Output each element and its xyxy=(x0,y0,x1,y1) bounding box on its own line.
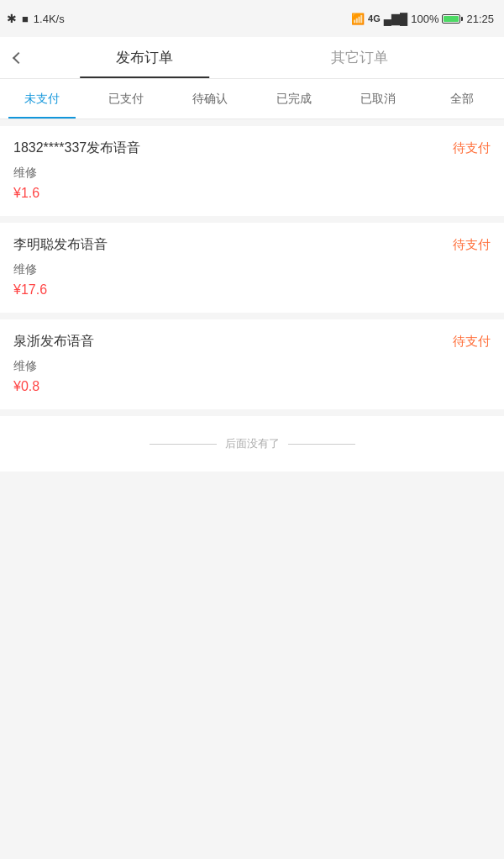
order-price: ¥17.6 xyxy=(13,282,491,298)
tab-published-orders[interactable]: 发布订单 xyxy=(37,37,252,78)
filter-unpaid[interactable]: 未支付 xyxy=(0,79,84,119)
order-type: 维修 xyxy=(13,359,491,374)
order-status: 待支付 xyxy=(453,334,491,350)
status-bar: ✱ ■ 1.4K/s 📶 4G ▄▇█ 100% 21:25 xyxy=(0,0,504,37)
filter-bar: 未支付 已支付 待确认 已完成 已取消 全部 xyxy=(0,79,504,119)
order-header: 李明聪发布语音 待支付 xyxy=(13,236,491,254)
order-title: 李明聪发布语音 xyxy=(13,236,108,254)
order-status: 待支付 xyxy=(453,237,491,253)
back-arrow-icon xyxy=(13,51,24,63)
order-type: 维修 xyxy=(13,262,491,277)
filter-all[interactable]: 全部 xyxy=(420,79,504,119)
bluetooth-icon: ✱ xyxy=(7,12,17,25)
filter-done[interactable]: 已完成 xyxy=(252,79,336,119)
speed-indicator: 1.4K/s xyxy=(34,13,65,25)
filter-pending[interactable]: 待确认 xyxy=(168,79,252,119)
order-header: 1832****337发布语音 待支付 xyxy=(13,140,491,157)
battery-percent: 100% xyxy=(411,13,438,25)
order-price: ¥0.8 xyxy=(13,379,491,394)
filter-paid[interactable]: 已支付 xyxy=(84,79,168,119)
order-title: 泉浙发布语音 xyxy=(13,333,94,350)
order-status: 待支付 xyxy=(453,140,491,156)
order-type: 维修 xyxy=(13,166,491,181)
order-header: 泉浙发布语音 待支付 xyxy=(13,333,491,350)
status-right: 📶 4G ▄▇█ 100% 21:25 xyxy=(351,13,494,25)
wifi-icon: 📶 xyxy=(351,13,365,25)
nav-bar: 发布订单 其它订单 xyxy=(0,37,504,79)
notification-icon: ■ xyxy=(22,13,29,25)
order-title: 1832****337发布语音 xyxy=(13,140,140,157)
filter-cancelled[interactable]: 已取消 xyxy=(336,79,420,119)
order-item[interactable]: 泉浙发布语音 待支付 维修 ¥0.8 xyxy=(0,319,504,409)
status-left: ✱ ■ 1.4K/s xyxy=(7,12,65,25)
battery-icon xyxy=(442,14,463,24)
back-button[interactable] xyxy=(0,37,37,79)
end-message-text: 后面没有了 xyxy=(225,436,280,451)
order-item[interactable]: 李明聪发布语音 待支付 维修 ¥17.6 xyxy=(0,223,504,313)
time-display: 21:25 xyxy=(466,13,494,25)
top-separator xyxy=(0,119,504,126)
order-price: ¥1.6 xyxy=(13,186,491,201)
end-message-container: 后面没有了 xyxy=(0,416,504,472)
end-line-left xyxy=(150,444,217,445)
signal-4g-icon: 4G xyxy=(368,13,381,24)
order-item[interactable]: 1832****337发布语音 待支付 维修 ¥1.6 xyxy=(0,126,504,216)
end-line-right xyxy=(288,444,355,445)
tab-other-orders[interactable]: 其它订单 xyxy=(252,37,467,78)
signal-bars-icon: ▄▇█ xyxy=(384,13,407,25)
nav-tab-group: 发布订单 其它订单 xyxy=(37,37,467,78)
